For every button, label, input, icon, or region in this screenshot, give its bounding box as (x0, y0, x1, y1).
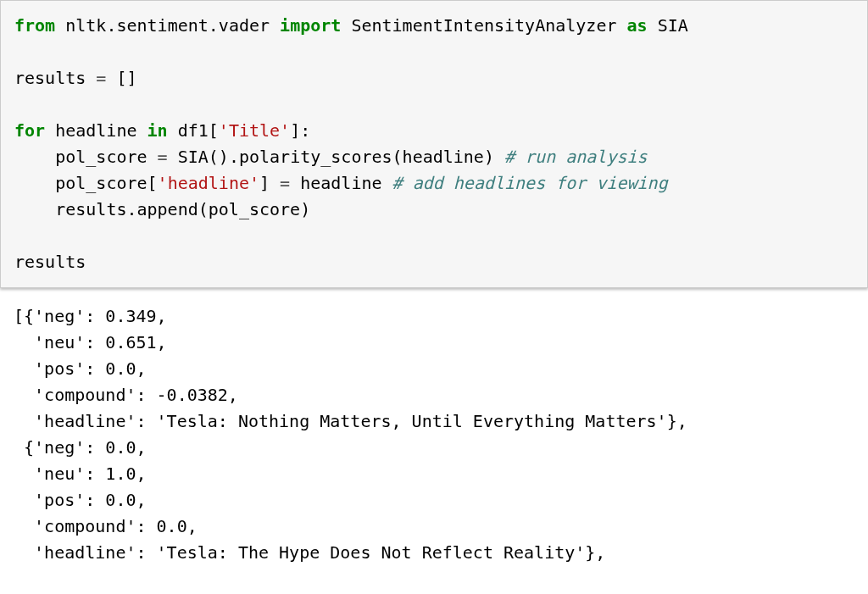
output-line: 'compound': -0.0382, (14, 385, 238, 405)
output-line: [{'neg': 0.349, (14, 306, 167, 326)
output-line: 'neu': 1.0, (14, 464, 147, 484)
indent (14, 147, 55, 167)
keyword-as: as (627, 15, 648, 36)
code-output-cell: [{'neg': 0.349, 'neu': 0.651, 'pos': 0.0… (0, 295, 868, 580)
output-line: 'pos': 0.0, (14, 358, 147, 379)
alias-name: SIA (658, 15, 688, 36)
code-input-cell[interactable]: from nltk.sentiment.vader import Sentime… (0, 0, 868, 288)
output-line: 'headline': 'Tesla: The Hype Does Not Re… (14, 542, 605, 563)
keyword-import: import (280, 15, 341, 36)
keyword-from: from (14, 15, 55, 36)
var-results: results (14, 68, 96, 88)
keyword-in: in (147, 120, 168, 141)
line6: results.append(pol_score) (55, 199, 310, 219)
comment-add-headlines: # add headlines for viewing (392, 173, 668, 193)
line5-a: pol_score[ (55, 173, 157, 193)
line5-c: headline (290, 173, 392, 193)
empty-list: [] (106, 68, 136, 88)
module-path: nltk.sentiment.vader (65, 15, 270, 36)
keyword-for: for (14, 120, 45, 141)
operator-assign: = (96, 68, 106, 88)
string-headline: 'headline' (158, 173, 259, 193)
indent (14, 199, 55, 219)
operator-assign: = (280, 173, 290, 193)
output-line: 'compound': 0.0, (14, 516, 198, 536)
class-name: SentimentIntensityAnalyzer (351, 15, 616, 36)
indent (14, 173, 55, 193)
output-line: {'neg': 0.0, (14, 437, 147, 458)
operator-assign: = (158, 147, 168, 167)
iter-expr-a: df1[ (168, 120, 219, 141)
output-line: 'neu': 0.651, (14, 332, 167, 353)
loop-var: headline (45, 120, 147, 141)
notebook-cell-pair: from nltk.sentiment.vader import Sentime… (0, 0, 868, 580)
output-line: 'headline': 'Tesla: Nothing Matters, Unt… (14, 411, 687, 431)
comment-run-analysis: # run analysis (504, 147, 648, 167)
output-line: 'pos': 0.0, (14, 490, 147, 510)
line4-b: SIA().polarity_scores(headline) (168, 147, 504, 167)
string-title: 'Title' (219, 120, 290, 141)
line5-b: ] (259, 173, 280, 193)
iter-expr-b: ]: (290, 120, 310, 141)
line4-a: pol_score (55, 147, 157, 167)
final-expr: results (14, 252, 86, 272)
